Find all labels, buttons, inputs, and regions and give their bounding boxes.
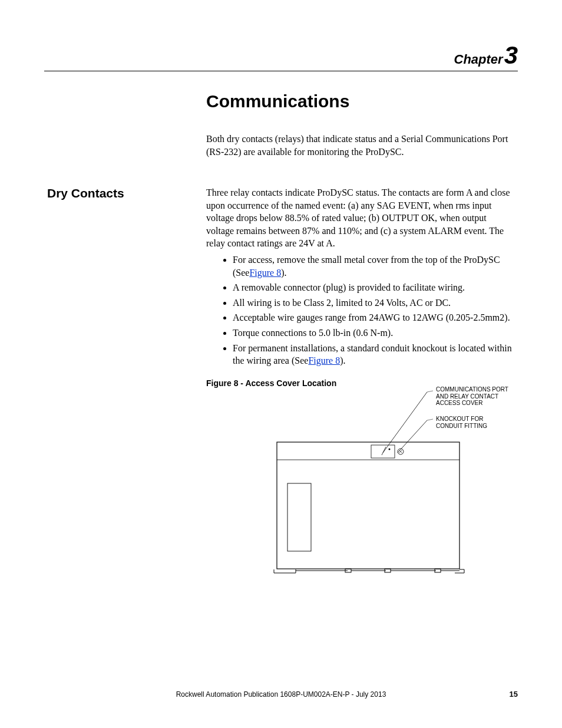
- intro-paragraph: Both dry contacts (relays) that indicate…: [206, 133, 515, 158]
- list-item: All wiring is to be Class 2, limited to …: [233, 297, 515, 309]
- list-item: For access, remove the small metal cover…: [233, 253, 515, 279]
- svg-point-6: [389, 449, 391, 450]
- svg-rect-4: [371, 445, 395, 458]
- chapter-label: Chapter: [454, 52, 503, 67]
- list-item: For permanent installations, a standard …: [233, 342, 515, 367]
- svg-line-5: [382, 447, 386, 455]
- bullet-list: For access, remove the small metal cover…: [206, 253, 515, 367]
- list-item: A removable connector (plug) is provided…: [233, 281, 515, 294]
- figure-8-link[interactable]: Figure 8: [308, 355, 340, 365]
- chapter-number: 3: [504, 41, 518, 69]
- svg-line-1: [398, 420, 427, 453]
- figure-8-diagram: COMMUNICATIONS PORT AND RELAY CONTACT AC…: [271, 383, 518, 586]
- list-item: Torque connections to 5.0 lb-in (0.6 N-m…: [233, 327, 515, 340]
- chapter-header: Chapter3: [454, 41, 518, 70]
- svg-rect-10: [287, 483, 311, 551]
- list-item: Acceptable wire gauges range from 24AWG …: [233, 311, 515, 324]
- page-number: 15: [510, 690, 518, 699]
- svg-rect-2: [277, 442, 459, 569]
- device-illustration: [271, 383, 518, 584]
- callout-knockout: KNOCKOUT FOR CONDUIT FITTING: [436, 416, 487, 429]
- footer-publication: Rockwell Automation Publication 1608P-UM…: [0, 690, 562, 699]
- page-title: Communications: [206, 91, 349, 111]
- callout-comm-port: COMMUNICATIONS PORT AND RELAY CONTACT AC…: [436, 386, 508, 407]
- section-body: Three relay contacts indicate ProDySC st…: [206, 186, 515, 389]
- header-rule: [44, 71, 518, 71]
- section-heading-dry-contacts: Dry Contacts: [47, 186, 124, 200]
- section-paragraph: Three relay contacts indicate ProDySC st…: [206, 186, 515, 250]
- figure-8-link[interactable]: Figure 8: [249, 268, 281, 278]
- svg-line-0: [383, 392, 427, 453]
